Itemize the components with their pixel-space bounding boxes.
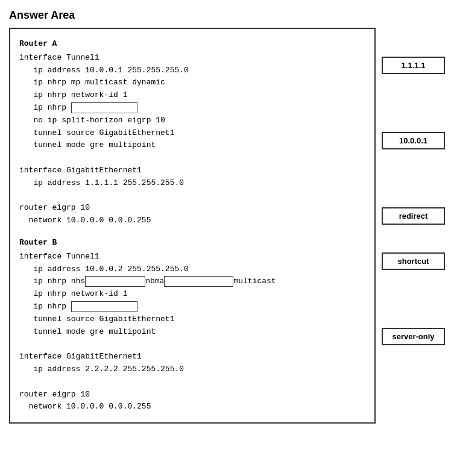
option-redirect[interactable]: redirect <box>382 207 445 225</box>
option-1111[interactable]: 1.1.1.1 <box>382 57 445 74</box>
router-a-section: Router A interface Tunnel1 ip address 10… <box>19 38 365 227</box>
answer-area-box: Router A interface Tunnel1 ip address 10… <box>9 28 376 424</box>
router-b-code: interface Tunnel1 ip address 10.0.0.2 25… <box>19 251 365 413</box>
sidebar-options: 1.1.1.1 10.0.0.1 redirect shortcut serve… <box>382 28 445 345</box>
router-b-nbma-input[interactable] <box>164 276 233 287</box>
router-a-code: interface Tunnel1 ip address 10.0.0.1 25… <box>19 52 365 227</box>
router-b-section: Router B interface Tunnel1 ip address 10… <box>19 237 365 413</box>
page-title: Answer Area <box>9 9 445 22</box>
router-a-nhrp-input[interactable] <box>71 102 137 113</box>
option-shortcut[interactable]: shortcut <box>382 252 445 270</box>
option-server-only[interactable]: server-only <box>382 328 445 345</box>
router-b-nhrp-input[interactable] <box>71 301 137 312</box>
option-10001[interactable]: 10.0.0.1 <box>382 132 445 149</box>
router-b-nhs-input[interactable] <box>85 276 145 287</box>
router-a-title: Router A <box>19 38 365 51</box>
router-b-title: Router B <box>19 237 365 249</box>
